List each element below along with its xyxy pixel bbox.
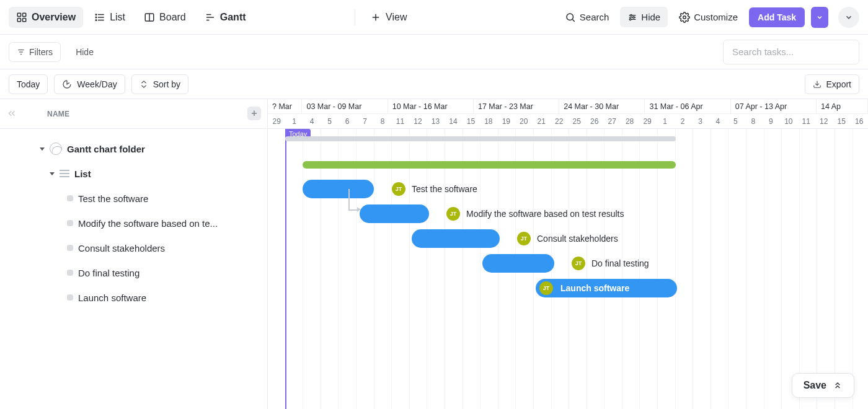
gantt-chart[interactable]: ? Mar03 Mar - 09 Mar10 Mar - 16 Mar17 Ma… (268, 99, 868, 409)
tree-task-row[interactable]: Do final testing (0, 260, 267, 285)
hide-button[interactable]: Hide (620, 7, 668, 27)
tree-task-row[interactable]: Consult stakeholders (0, 235, 267, 260)
week-header-cell: 31 Mar - 06 Apr (645, 99, 730, 113)
tree-list-row[interactable]: List (0, 161, 267, 186)
task-tree-pane: NAME + Gantt chart folder List Test the … (0, 99, 268, 409)
task-name: Test the software (412, 184, 477, 194)
svg-point-9 (95, 19, 97, 20)
gantt-task-label: JT Consult stakeholders (517, 232, 618, 245)
svg-point-8 (95, 17, 97, 18)
search-button[interactable]: Search (557, 7, 617, 28)
week-header-cell: ? Mar (268, 99, 302, 113)
gantt-task-bar[interactable] (360, 205, 429, 223)
sort-button[interactable]: Sort by (131, 74, 188, 94)
day-header-cell: 4 (303, 114, 321, 128)
export-button[interactable]: Export (805, 74, 859, 94)
chevron-double-up-icon (833, 380, 843, 390)
range-selector[interactable]: Week/Day (54, 74, 125, 94)
day-header-cell: 29 (268, 114, 285, 128)
add-view[interactable]: View (363, 7, 414, 28)
tree-task-row[interactable]: Modify the software based on te... (0, 211, 267, 235)
tab-gantt[interactable]: Gantt (197, 7, 347, 28)
week-header-cell: 17 Mar - 23 Mar (474, 99, 559, 113)
status-dot-icon (67, 245, 73, 251)
tab-board[interactable]: Board (136, 7, 193, 28)
tree-folder-row[interactable]: Gantt chart folder (0, 136, 267, 161)
customize-button[interactable]: Customize (671, 7, 745, 28)
day-header-cell: 16 (850, 114, 867, 128)
gantt-task-bar[interactable] (412, 229, 500, 248)
more-menu-button[interactable] (838, 7, 859, 28)
week-header-cell: 03 Mar - 09 Mar (302, 99, 388, 113)
day-header-cell: 15 (462, 114, 479, 128)
gantt-task-bar[interactable] (303, 180, 374, 198)
export-label: Export (826, 79, 851, 89)
day-header-cell: 29 (639, 114, 656, 128)
day-header-cell: 13 (427, 114, 444, 128)
gauge-icon (62, 79, 72, 89)
day-header-cell: 26 (585, 114, 603, 128)
assignee-avatar[interactable]: JT (539, 281, 553, 295)
tree-task-row[interactable]: Test the software (0, 186, 267, 211)
task-search-input[interactable] (732, 46, 850, 57)
filters-button[interactable]: Filters (9, 42, 61, 62)
task-tree: Gantt chart folder List Test the softwar… (0, 129, 267, 310)
day-header-cell: 11 (391, 114, 409, 128)
day-header-cell: 5 (727, 114, 744, 128)
gantt-body[interactable]: Today JT Test the software JT Modify the… (268, 129, 868, 409)
assignee-avatar[interactable]: JT (392, 182, 405, 196)
assignee-avatar[interactable]: JT (446, 207, 460, 221)
gantt-task-label: JT Modify the software based on test res… (446, 207, 624, 221)
dependency-line (348, 189, 350, 209)
hide-toggle[interactable]: Hide (68, 43, 101, 61)
group-summary-bar[interactable] (303, 161, 676, 169)
svg-point-25 (683, 15, 686, 19)
today-button[interactable]: Today (9, 74, 48, 94)
chevron-down-icon (816, 14, 823, 21)
hide-toggle-label: Hide (76, 47, 94, 57)
day-header-cell: 10 (780, 114, 797, 128)
task-search-box[interactable] (723, 40, 859, 64)
gantt-icon (205, 12, 216, 23)
save-button[interactable]: Save (792, 373, 854, 398)
gantt-week-header: ? Mar03 Mar - 09 Mar10 Mar - 16 Mar17 Ma… (268, 99, 868, 114)
status-dot-icon (67, 270, 73, 276)
add-column-button[interactable]: + (247, 107, 261, 120)
day-header-cell: 4 (709, 114, 727, 128)
add-view-label: View (386, 12, 407, 23)
task-label: Modify the software based on te... (78, 218, 218, 229)
divider (355, 9, 355, 25)
hide-label: Hide (641, 12, 660, 22)
add-task-dropdown[interactable] (811, 7, 828, 28)
gantt-task-label: JT Do final testing (572, 257, 649, 270)
dependency-line (348, 209, 357, 211)
tab-list[interactable]: List (87, 7, 133, 28)
task-name: Do final testing (591, 258, 649, 268)
svg-point-7 (95, 14, 97, 15)
day-header-cell: 25 (568, 114, 585, 128)
assignee-avatar[interactable]: JT (517, 232, 531, 245)
customize-label: Customize (694, 12, 738, 22)
gantt-task-label: JT Test the software (392, 182, 477, 196)
tab-list-label: List (110, 12, 125, 23)
list-label: List (74, 169, 91, 179)
week-header-cell: 10 Mar - 16 Mar (388, 99, 474, 113)
add-task-label: Add Task (758, 12, 796, 22)
task-name: Launch software (560, 283, 629, 293)
sliders-icon (627, 12, 637, 22)
gantt-task-bar[interactable] (482, 254, 554, 273)
tab-overview-label: Overview (32, 12, 76, 23)
range-label: Week/Day (77, 79, 117, 89)
add-task-button[interactable]: Add Task (749, 7, 805, 27)
svg-rect-2 (17, 18, 20, 21)
collapsed-summary-bar[interactable] (285, 136, 676, 141)
tree-task-row[interactable]: Launch software (0, 285, 267, 310)
tab-overview[interactable]: Overview (9, 7, 83, 28)
gantt-task-bar[interactable]: JT Launch software (536, 279, 677, 297)
collapse-pane-icon[interactable] (6, 108, 17, 121)
svg-line-18 (572, 19, 574, 21)
assignee-avatar[interactable]: JT (572, 257, 585, 270)
task-label: Test the software (78, 193, 148, 204)
week-header-cell: 24 Mar - 30 Mar (559, 99, 645, 113)
search-label: Search (580, 12, 609, 22)
